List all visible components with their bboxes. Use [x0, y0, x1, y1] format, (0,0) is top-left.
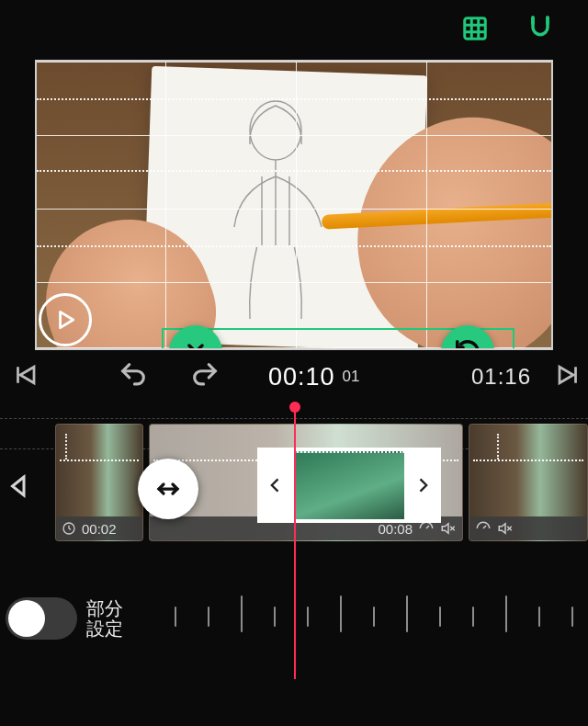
mute-icon	[497, 520, 514, 537]
total-time: 01:16	[471, 364, 531, 390]
svg-marker-23	[499, 524, 505, 534]
svg-point-7	[250, 101, 301, 160]
clip-duration: 00:02	[82, 521, 117, 537]
video-preview[interactable]: Thank you💕	[35, 60, 553, 350]
svg-marker-19	[442, 524, 448, 534]
current-frame: 01	[343, 368, 360, 386]
partial-settings-label: 部分設定	[86, 598, 123, 639]
mute-icon	[440, 520, 457, 537]
snap-icon[interactable]	[526, 14, 555, 47]
current-time: 00:10	[268, 363, 335, 391]
partial-settings-toggle[interactable]	[6, 597, 77, 640]
tick-mark	[208, 607, 209, 627]
undo-button[interactable]	[118, 359, 149, 394]
grid-icon[interactable]	[461, 15, 489, 46]
tick-mark	[274, 607, 276, 627]
tick-mark	[241, 596, 243, 632]
playhead[interactable]	[294, 403, 296, 679]
svg-marker-13	[560, 367, 573, 383]
trim-right-handle[interactable]	[404, 448, 441, 523]
transport-bar: 00:10 01 01:16	[0, 350, 588, 403]
tick-mark	[373, 607, 375, 627]
tick-mark	[571, 607, 573, 627]
tick-mark	[538, 607, 540, 627]
tick-mark	[340, 596, 342, 632]
clip-duration: 00:08	[378, 521, 413, 537]
preview-play-button[interactable]	[39, 293, 92, 346]
tick-mark	[439, 607, 441, 627]
selection-frame[interactable]	[257, 448, 441, 523]
go-end-button[interactable]	[555, 361, 582, 392]
timeline-clip[interactable]: 00:02	[55, 424, 143, 541]
tick-mark	[472, 607, 474, 627]
go-start-button[interactable]	[11, 361, 39, 392]
trim-left-handle[interactable]	[257, 448, 294, 523]
svg-marker-12	[20, 367, 34, 383]
svg-line-18	[426, 526, 429, 528]
move-handle[interactable]	[138, 459, 198, 519]
tick-mark	[505, 596, 507, 632]
svg-rect-0	[465, 17, 486, 39]
selection-content	[294, 451, 404, 519]
timeline-clip[interactable]	[469, 424, 588, 541]
svg-marker-8	[61, 312, 74, 327]
tick-mark	[406, 596, 408, 632]
speed-icon	[475, 520, 492, 537]
svg-line-22	[483, 526, 486, 528]
speed-ticks[interactable]	[175, 590, 588, 638]
redo-button[interactable]	[189, 359, 220, 394]
tick-mark	[175, 607, 176, 627]
timeline[interactable]: 00:02 00:08	[0, 403, 588, 555]
tick-mark	[307, 607, 309, 627]
